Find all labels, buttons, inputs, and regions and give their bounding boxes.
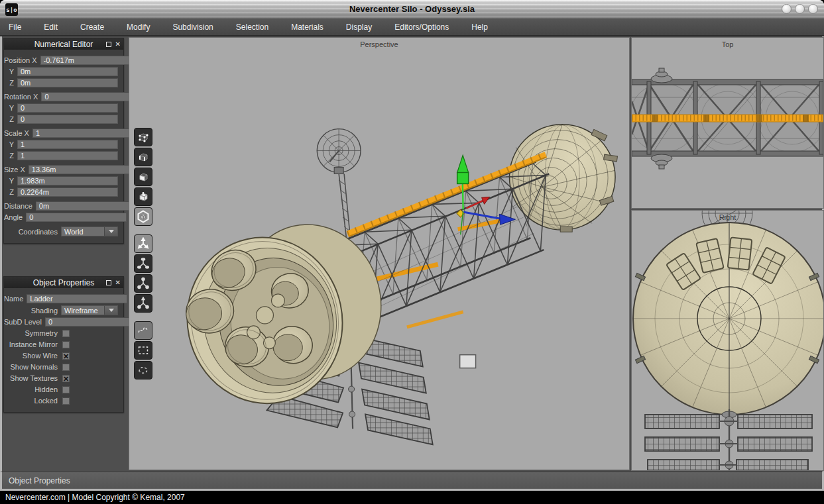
rectangle-select-button[interactable] bbox=[134, 341, 152, 360]
rotation-x-input[interactable] bbox=[41, 92, 142, 101]
locked-label: Locked bbox=[4, 397, 61, 405]
move-tool-button[interactable] bbox=[134, 234, 152, 253]
dropdown-button[interactable] bbox=[104, 227, 117, 236]
dish-antenna[interactable] bbox=[317, 129, 361, 174]
perspective-viewport[interactable]: Perspective bbox=[129, 37, 630, 470]
title-bar[interactable]: s|o Nevercenter Silo - Odyssey.sia bbox=[0, 0, 824, 19]
symmetry-checkbox[interactable] bbox=[62, 330, 70, 337]
footer-bar: Nevercenter.com | Model Copyright © Kema… bbox=[0, 491, 824, 504]
scale-y-input[interactable] bbox=[17, 140, 118, 149]
angle-input[interactable] bbox=[26, 213, 127, 222]
right-canvas[interactable] bbox=[632, 211, 823, 470]
scale-tool-button[interactable] bbox=[134, 274, 152, 293]
shading-value: Wireframe bbox=[62, 307, 104, 315]
instance-mirror-checkbox[interactable] bbox=[62, 341, 70, 348]
numerical-editor-panel: Numerical Editor ✕ Position X Y Z Rotati… bbox=[3, 38, 124, 244]
universal-manipulator-icon bbox=[137, 297, 150, 310]
chevron-down-icon bbox=[109, 230, 114, 233]
size-x-input[interactable] bbox=[29, 165, 129, 174]
size-z-input[interactable] bbox=[17, 187, 118, 197]
angle-label: Angle bbox=[4, 213, 26, 221]
menu-help[interactable]: Help bbox=[471, 19, 499, 35]
position-x-input[interactable] bbox=[40, 56, 141, 65]
vertex-mode-icon bbox=[137, 131, 149, 143]
rotation-y-input[interactable] bbox=[17, 103, 118, 113]
ladder-top-view[interactable] bbox=[632, 115, 823, 122]
object-properties-header[interactable]: Object Properties ✕ bbox=[4, 277, 123, 288]
menu-selection[interactable]: Selection bbox=[236, 19, 280, 35]
face-mode-icon bbox=[137, 171, 149, 183]
dropdown-button[interactable] bbox=[104, 306, 117, 315]
scale-z-input[interactable] bbox=[17, 151, 118, 160]
menu-editors-options[interactable]: Editors/Options bbox=[394, 19, 460, 35]
scale-x-input[interactable] bbox=[32, 128, 133, 138]
universal-manipulator-button[interactable] bbox=[134, 294, 152, 313]
top-canvas[interactable] bbox=[632, 38, 823, 208]
menu-display[interactable]: Display bbox=[346, 19, 383, 35]
maximize-button[interactable] bbox=[795, 4, 805, 14]
menu-edit[interactable]: Edit bbox=[44, 19, 69, 35]
vertex-mode-button[interactable] bbox=[134, 128, 152, 146]
freeform-select-icon bbox=[137, 324, 150, 337]
solar-array-right-view[interactable] bbox=[645, 409, 812, 470]
left-panel-column: Numerical Editor ✕ Position X Y Z Rotati… bbox=[2, 36, 127, 472]
coordinates-dropdown[interactable]: World bbox=[61, 227, 118, 236]
window-title: Nevercenter Silo - Odyssey.sia bbox=[0, 4, 824, 14]
object-mode-button[interactable] bbox=[134, 187, 152, 206]
hidden-checkbox[interactable] bbox=[62, 386, 70, 393]
rotate-tool-button[interactable] bbox=[134, 254, 152, 273]
scale-tool-icon bbox=[137, 277, 150, 290]
size-y-input[interactable] bbox=[17, 176, 118, 185]
size-x-label: Size X bbox=[4, 166, 29, 174]
rotation-z-input[interactable] bbox=[17, 115, 118, 124]
scale-z-label: Z bbox=[4, 152, 17, 160]
locked-checkbox[interactable] bbox=[62, 397, 70, 405]
coordinates-label: Coordinates bbox=[4, 228, 61, 236]
object-properties-panel: Object Properties ✕ Name Shading Wirefra… bbox=[3, 276, 124, 413]
freeform-select-button[interactable] bbox=[134, 321, 152, 340]
coordinates-value: World bbox=[62, 228, 104, 236]
detach-panel-icon[interactable] bbox=[106, 280, 111, 285]
habitat-sphere[interactable] bbox=[509, 125, 617, 232]
object-name-input[interactable] bbox=[27, 294, 127, 303]
engine-assembly[interactable] bbox=[172, 209, 397, 418]
numerical-editor-header[interactable]: Numerical Editor ✕ bbox=[4, 38, 123, 50]
right-viewport[interactable]: Right bbox=[631, 210, 824, 471]
shading-dropdown[interactable]: Wireframe bbox=[61, 305, 118, 315]
position-z-input[interactable] bbox=[17, 78, 118, 87]
instance-mirror-label: Instance Mirror bbox=[4, 340, 61, 348]
position-z-label: Z bbox=[4, 79, 17, 87]
top-viewport[interactable]: Top bbox=[631, 37, 824, 209]
face-mode-button[interactable] bbox=[134, 168, 152, 186]
close-panel-icon[interactable]: ✕ bbox=[115, 279, 121, 286]
distance-input[interactable] bbox=[36, 201, 137, 211]
show-textures-checkbox[interactable]: ✕ bbox=[62, 375, 70, 382]
chevron-down-icon bbox=[109, 309, 114, 312]
menu-file[interactable]: File bbox=[9, 19, 32, 35]
position-y-input[interactable] bbox=[17, 67, 118, 76]
menu-modify[interactable]: Modify bbox=[127, 19, 161, 35]
close-button[interactable] bbox=[808, 4, 818, 14]
multi-component-mode-icon bbox=[137, 210, 150, 223]
habitat-sphere-right-view[interactable] bbox=[633, 223, 823, 470]
name-label: Name bbox=[4, 295, 27, 303]
menu-materials[interactable]: Materials bbox=[291, 19, 335, 35]
position-x-label: Position X bbox=[4, 56, 40, 64]
show-normals-checkbox[interactable] bbox=[62, 364, 70, 371]
perspective-canvas[interactable] bbox=[129, 38, 629, 470]
show-wire-checkbox[interactable]: ✕ bbox=[62, 352, 70, 360]
lasso-select-button[interactable] bbox=[134, 361, 152, 379]
footer-text: Nevercenter.com | Model Copyright © Kema… bbox=[0, 493, 185, 502]
menu-create[interactable]: Create bbox=[80, 19, 115, 35]
close-panel-icon[interactable]: ✕ bbox=[115, 41, 121, 48]
menu-subdivision[interactable]: Subdivision bbox=[172, 19, 224, 35]
main-area: Numerical Editor ✕ Position X Y Z Rotati… bbox=[0, 36, 824, 472]
edge-mode-icon bbox=[137, 151, 149, 163]
rotation-x-label: Rotation X bbox=[4, 93, 41, 101]
multi-component-mode-button[interactable] bbox=[134, 207, 152, 226]
detach-panel-icon[interactable] bbox=[106, 42, 111, 47]
status-text: Object Properties bbox=[2, 476, 70, 485]
edge-mode-button[interactable] bbox=[134, 148, 152, 166]
minimize-button[interactable] bbox=[782, 4, 792, 14]
equipment-box[interactable] bbox=[460, 355, 476, 368]
